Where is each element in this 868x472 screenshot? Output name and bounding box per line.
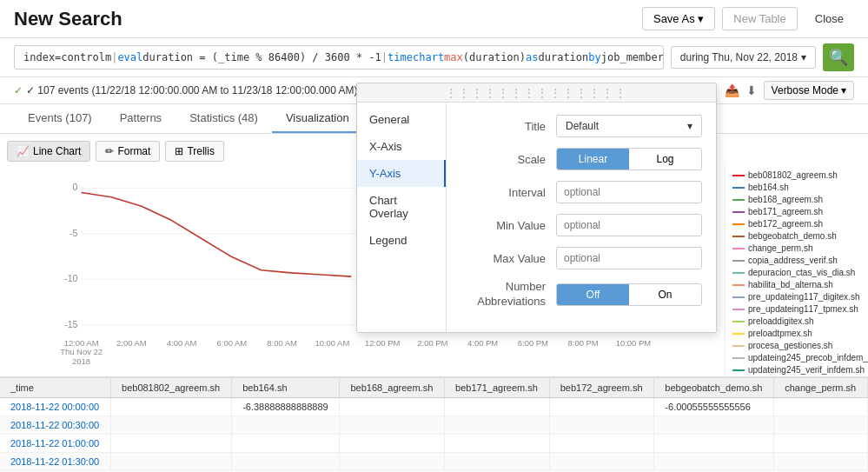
cell-v5-4 <box>549 453 654 471</box>
save-as-button[interactable]: Save As ▾ <box>642 7 715 30</box>
form-row-min: Min Value <box>461 214 702 236</box>
tab-statistics[interactable]: Statistics (48) <box>176 104 272 133</box>
cell-time-1: 2018-11-22 00:00:00 <box>0 398 111 416</box>
form-row-scale: Scale Linear Log <box>461 148 702 170</box>
legend-item: updateing245_precob_infdem_segm.sh <box>732 353 861 362</box>
overlay-nav-chart-overlay[interactable]: Chart Overlay <box>357 187 446 227</box>
svg-text:6:00 AM: 6:00 AM <box>217 338 248 348</box>
svg-text:-10: -10 <box>64 273 77 283</box>
legend-item: beb168_agreem.sh <box>732 195 861 204</box>
svg-text:2:00 PM: 2:00 PM <box>417 338 447 348</box>
cell-v5-2 <box>549 416 654 435</box>
overlay-nav-xaxis[interactable]: X-Axis <box>357 133 446 160</box>
overlay-nav-general[interactable]: General <box>357 106 446 133</box>
cell-v7-2 <box>774 416 868 435</box>
svg-text:8:00 AM: 8:00 AM <box>267 338 297 348</box>
title-select[interactable]: Default ▾ <box>556 115 702 137</box>
min-value-input[interactable] <box>556 214 702 236</box>
verbose-mode-button[interactable]: Verbose Mode ▾ <box>764 81 854 100</box>
legend-item: pre_updateing117_tpmex.sh <box>732 304 861 314</box>
legend-item: beb171_agreem.sh <box>732 207 861 216</box>
legend-item: updateing245_verif_infdem.sh <box>732 365 861 375</box>
cell-v2-1: -6.38888888888889 <box>232 398 340 416</box>
cell-v3-3 <box>340 435 445 453</box>
svg-text:8:00 PM: 8:00 PM <box>568 338 599 348</box>
cell-v7-1 <box>774 398 868 416</box>
cell-v7-3 <box>774 435 868 453</box>
events-status: ✓ ✓ 107 events (11/22/18 12:00:00.000 AM… <box>14 84 358 96</box>
tab-visualization[interactable]: Visualization <box>272 104 363 133</box>
cell-v4-1 <box>445 398 550 416</box>
search-icon: 🔍 <box>829 48 848 67</box>
svg-text:-5: -5 <box>70 228 77 238</box>
page-title: New Search <box>14 8 123 30</box>
close-button[interactable]: Close <box>805 8 854 30</box>
search-button[interactable]: 🔍 <box>823 43 854 71</box>
overlay-drag-handle[interactable]: ⋮⋮⋮⋮⋮⋮⋮⋮⋮⋮⋮⋮⋮⋮ <box>357 83 716 103</box>
line-chart-button[interactable]: 📈 Line Chart <box>7 141 90 162</box>
cell-v1-3 <box>111 435 232 453</box>
svg-text:6:00 PM: 6:00 PM <box>518 338 548 348</box>
tab-events[interactable]: Events (107) <box>14 104 106 133</box>
cell-v2-4 <box>232 453 340 471</box>
cell-v6-4 <box>654 453 774 471</box>
num-abbr-toggle: Off On <box>556 283 702 306</box>
cell-v4-4 <box>445 453 550 471</box>
form-row-title: Title Default ▾ <box>461 115 702 137</box>
interval-input[interactable] <box>556 181 702 203</box>
overlay-nav-legend[interactable]: Legend <box>357 227 446 254</box>
interval-label: Interval <box>461 186 556 199</box>
cell-v2-2 <box>232 416 340 435</box>
results-table-area[interactable]: _time beb081802_agreem.sh beb164.sh beb1… <box>0 376 868 472</box>
time-range-selector[interactable]: during Thu, Nov 22, 2018 ▾ <box>671 46 816 69</box>
legend-item: preloadtpmex.sh <box>732 329 861 338</box>
scale-label: Scale <box>461 153 556 166</box>
legend-item: copia_address_verif.sh <box>732 256 861 265</box>
legend-item: depuracion_ctas_vis_dia.sh <box>732 268 861 277</box>
cell-v1-2 <box>111 416 232 435</box>
scale-log-button[interactable]: Log <box>629 149 701 170</box>
cell-v4-3 <box>445 435 550 453</box>
cell-time-4: 2018-11-22 01:30:00 <box>0 453 111 471</box>
svg-text:4:00 AM: 4:00 AM <box>167 338 197 348</box>
trellis-button[interactable]: ⊞ Trellis <box>165 141 224 162</box>
new-table-button[interactable]: New Table <box>722 7 797 30</box>
cell-time-2: 2018-11-22 00:30:00 <box>0 416 111 435</box>
svg-text:12:00 AM: 12:00 AM <box>64 338 99 348</box>
max-value-label: Max Value <box>461 252 556 265</box>
search-input-wrapper[interactable]: index=controlm | eval duration = (_time … <box>14 45 664 70</box>
col-header-2: beb164.sh <box>232 378 340 398</box>
overlay-nav-yaxis[interactable]: Y-Axis <box>357 160 446 187</box>
cell-v3-4 <box>340 453 445 471</box>
num-abbr-on-button[interactable]: On <box>629 284 701 305</box>
trellis-icon: ⊞ <box>175 145 183 157</box>
cell-v5-3 <box>549 435 654 453</box>
cell-v3-2 <box>340 416 445 435</box>
cell-v4-2 <box>445 416 550 435</box>
cell-v6-1: -6.00055555555556 <box>654 398 774 416</box>
svg-text:0: 0 <box>73 182 78 192</box>
legend-panel: beb081802_agreem.sh beb164.sh beb168_agr… <box>725 165 868 376</box>
format-button[interactable]: ✏ Format <box>96 141 160 162</box>
col-header-7: change_perm.sh <box>774 378 868 398</box>
scale-linear-button[interactable]: Linear <box>557 149 629 170</box>
share-button[interactable]: 📤 <box>725 83 739 97</box>
overlay-body: General X-Axis Y-Axis Chart Overlay Lege… <box>357 103 716 332</box>
overlay-content: Title Default ▾ Scale Linear Log Interva… <box>447 103 716 332</box>
tab-patterns[interactable]: Patterns <box>106 104 176 133</box>
cell-v6-3 <box>654 435 774 453</box>
form-row-interval: Interval <box>461 181 702 203</box>
svg-text:2:00 AM: 2:00 AM <box>116 338 147 348</box>
cell-v6-2 <box>654 416 774 435</box>
legend-item: beb164.sh <box>732 183 861 192</box>
cell-v5-1 <box>549 398 654 416</box>
legend-item: procesa_gestiones.sh <box>732 341 861 350</box>
max-value-input[interactable] <box>556 247 702 269</box>
num-abbr-off-button[interactable]: Off <box>557 284 629 305</box>
svg-text:2018: 2018 <box>72 356 90 366</box>
legend-item: change_perm.sh <box>732 243 861 253</box>
format-overlay: ⋮⋮⋮⋮⋮⋮⋮⋮⋮⋮⋮⋮⋮⋮ General X-Axis Y-Axis Cha… <box>356 83 717 333</box>
download-button[interactable]: ⬇ <box>746 83 757 97</box>
form-row-max: Max Value <box>461 247 702 269</box>
cell-v1-4 <box>111 453 232 471</box>
